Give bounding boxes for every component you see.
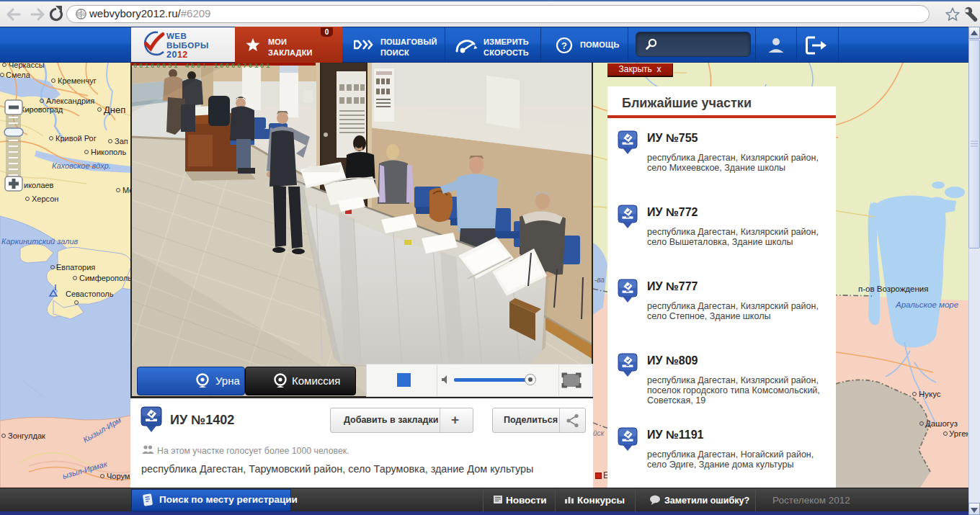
svg-text:WEB: WEB	[166, 32, 187, 40]
svg-text:Кривой Рог: Кривой Рог	[55, 134, 97, 143]
svg-text:Кременчуг: Кременчуг	[58, 76, 97, 85]
svg-text:Херсон: Херсон	[32, 194, 58, 203]
svg-text:Смела: Смела	[6, 71, 31, 79]
svg-text:00100031 4b0! 1000070101: 00100031 4b0! 1000070101	[133, 63, 272, 70]
svg-text:йск: йск	[593, 429, 605, 437]
svg-text:Урген: Урген	[949, 429, 968, 438]
svg-text:?: ?	[561, 40, 567, 51]
svg-text:Никополь: Никополь	[91, 148, 126, 156]
svg-text:Каркинитский залив: Каркинитский залив	[1, 237, 79, 246]
svg-text:Аральское море: Аральское море	[895, 300, 958, 309]
svg-text:ВЫБОРЫ: ВЫБОРЫ	[166, 41, 209, 50]
svg-text:Зап: Зап	[115, 137, 128, 145]
svg-text:п-ов Возрождения: п-ов Возрождения	[858, 285, 928, 293]
svg-text:-ва: -ва	[594, 276, 605, 284]
svg-text:Евпатория: Евпатория	[56, 263, 95, 272]
svg-text:Дашогуз: Дашогуз	[925, 419, 958, 428]
svg-text:Симферополь: Симферополь	[79, 274, 131, 282]
svg-text:Александрия: Александрия	[46, 97, 94, 105]
svg-text:2012: 2012	[166, 50, 188, 59]
svg-text:иколаев: иколаев	[24, 181, 54, 189]
svg-text:Зонгулдак: Зонгулдак	[8, 431, 45, 440]
svg-text:Каховское вдхр.: Каховское вдхр.	[52, 161, 111, 170]
svg-text:Днеп: Днеп	[104, 104, 125, 115]
svg-text:Кировоград: Кировоград	[20, 105, 63, 114]
svg-text:Черкассы: Черкассы	[9, 63, 45, 69]
svg-text:Нукус: Нукус	[919, 390, 941, 398]
svg-text:Чорум: Чорум	[107, 472, 130, 480]
svg-text:Севастополь: Севастополь	[66, 290, 114, 298]
